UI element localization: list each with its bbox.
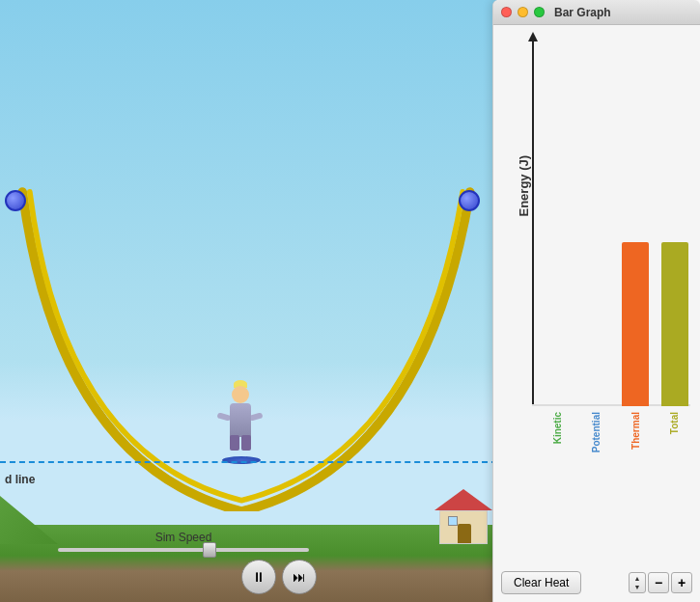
bar-group-total <box>659 242 691 406</box>
panel-titlebar: Bar Graph <box>493 0 700 25</box>
bar-thermal <box>622 242 649 406</box>
y-axis-label: Energy (J) <box>517 155 531 217</box>
sim-speed-thumb[interactable] <box>203 542 216 558</box>
y-axis-arrow <box>528 32 538 41</box>
house-door <box>458 524 471 543</box>
track-marker-right <box>459 190 480 211</box>
step-button[interactable]: ⏭ <box>282 560 317 594</box>
zoom-down-arrow[interactable]: ▼ <box>634 584 641 590</box>
reference-line-label: d line <box>5 473 35 486</box>
label-kinetic: Kinetic <box>552 412 563 444</box>
clear-heat-button[interactable]: Clear Heat <box>501 571 581 594</box>
label-thermal: Thermal <box>630 412 641 450</box>
zoom-arrows[interactable]: ▲ ▼ <box>629 572 646 593</box>
label-item-thermal: Thermal <box>620 408 652 464</box>
zoom-in-button[interactable]: + <box>671 572 692 593</box>
bar-total <box>661 242 688 406</box>
house-window <box>448 516 458 526</box>
label-item-total: Total <box>659 408 691 464</box>
skater-body <box>230 403 251 437</box>
bar-labels: Kinetic Potential Thermal Total <box>542 408 690 464</box>
bar-group-thermal <box>620 242 652 406</box>
simulation-area: d line Sim Speed ⏸ ⏭ <box>0 0 497 602</box>
bar-graph-panel: Bar Graph Energy (J) <box>492 0 700 602</box>
pause-button[interactable]: ⏸ <box>241 560 276 594</box>
zoom-controls: ▲ ▼ − + <box>629 572 692 593</box>
house-roof <box>434 489 492 510</box>
zoom-up-arrow[interactable]: ▲ <box>634 575 641 582</box>
track-marker-left <box>5 190 26 211</box>
skater-head <box>232 386 249 403</box>
house-body <box>439 510 488 544</box>
panel-title: Bar Graph <box>554 6 611 19</box>
reference-line <box>0 461 497 463</box>
bottom-controls: Clear Heat ▲ ▼ − + <box>501 571 692 594</box>
label-item-potential: Potential <box>581 408 613 464</box>
label-potential: Potential <box>591 412 602 452</box>
minimize-button[interactable] <box>518 7 528 17</box>
label-item-kinetic: Kinetic <box>542 408 574 464</box>
label-total: Total <box>669 412 680 434</box>
skater <box>208 376 275 468</box>
close-button[interactable] <box>501 7 512 17</box>
bars-container <box>542 40 690 406</box>
zoom-out-button[interactable]: − <box>648 572 669 593</box>
playback-controls: ⏸ ⏭ <box>241 560 317 594</box>
maximize-button[interactable] <box>534 7 545 17</box>
chart-area: Energy (J) Kinetic Potential <box>532 40 690 464</box>
y-axis <box>532 40 534 406</box>
skater-leg-left <box>230 435 239 451</box>
sim-speed-track[interactable] <box>58 548 309 552</box>
sim-speed-control: Sim Speed <box>39 531 328 552</box>
house <box>434 491 492 544</box>
skater-leg-right <box>241 435 251 451</box>
